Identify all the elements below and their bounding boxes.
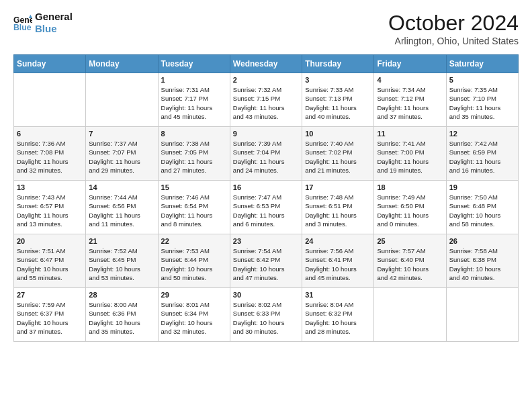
svg-text:Blue: Blue [13, 23, 32, 32]
empty-cell [374, 288, 446, 342]
day-cell-21: 21Sunrise: 7:52 AM Sunset: 6:45 PM Dayli… [86, 234, 158, 288]
day-number: 19 [449, 183, 515, 191]
cell-content: Sunrise: 7:49 AM Sunset: 6:50 PM Dayligh… [377, 193, 443, 228]
day-cell-6: 6Sunrise: 7:36 AM Sunset: 7:08 PM Daylig… [14, 127, 86, 181]
day-number: 12 [449, 130, 515, 138]
day-cell-17: 17Sunrise: 7:48 AM Sunset: 6:51 PM Dayli… [302, 181, 374, 234]
day-cell-11: 11Sunrise: 7:41 AM Sunset: 7:00 PM Dayli… [374, 127, 446, 181]
cell-content: Sunrise: 7:43 AM Sunset: 6:57 PM Dayligh… [17, 193, 83, 228]
day-cell-13: 13Sunrise: 7:43 AM Sunset: 6:57 PM Dayli… [14, 181, 86, 234]
day-number: 13 [17, 183, 83, 191]
day-cell-14: 14Sunrise: 7:44 AM Sunset: 6:56 PM Dayli… [86, 181, 158, 234]
empty-cell [446, 288, 518, 342]
week-row-4: 20Sunrise: 7:51 AM Sunset: 6:47 PM Dayli… [14, 234, 519, 288]
day-cell-10: 10Sunrise: 7:40 AM Sunset: 7:02 PM Dayli… [302, 127, 374, 181]
cell-content: Sunrise: 7:35 AM Sunset: 7:10 PM Dayligh… [449, 85, 515, 121]
day-number: 17 [305, 183, 371, 191]
calendar-page: General Blue General Blue October 2024 A… [0, 0, 532, 353]
cell-content: Sunrise: 7:48 AM Sunset: 6:51 PM Dayligh… [305, 193, 371, 228]
cell-content: Sunrise: 7:42 AM Sunset: 6:59 PM Dayligh… [449, 139, 515, 175]
empty-cell [86, 73, 158, 127]
day-cell-20: 20Sunrise: 7:51 AM Sunset: 6:47 PM Dayli… [14, 234, 86, 288]
title-block: October 2024 Arlington, Ohio, United Sta… [388, 11, 519, 46]
cell-content: Sunrise: 7:51 AM Sunset: 6:47 PM Dayligh… [17, 246, 83, 282]
day-cell-30: 30Sunrise: 8:02 AM Sunset: 6:33 PM Dayli… [230, 288, 302, 342]
cell-content: Sunrise: 7:36 AM Sunset: 7:08 PM Dayligh… [17, 139, 83, 175]
cell-content: Sunrise: 7:46 AM Sunset: 6:54 PM Dayligh… [161, 193, 227, 228]
day-cell-12: 12Sunrise: 7:42 AM Sunset: 6:59 PM Dayli… [446, 127, 518, 181]
day-number: 16 [233, 183, 299, 191]
location: Arlington, Ohio, United States [388, 36, 519, 46]
col-header-wednesday: Wednesday [230, 55, 302, 73]
day-number: 29 [161, 291, 227, 299]
day-number: 4 [377, 76, 443, 84]
cell-content: Sunrise: 7:44 AM Sunset: 6:56 PM Dayligh… [89, 193, 154, 228]
cell-content: Sunrise: 7:37 AM Sunset: 7:07 PM Dayligh… [89, 139, 154, 175]
day-cell-5: 5Sunrise: 7:35 AM Sunset: 7:10 PM Daylig… [446, 73, 518, 127]
day-number: 28 [89, 291, 154, 299]
day-number: 15 [161, 183, 227, 191]
day-number: 5 [449, 76, 515, 84]
header: General Blue General Blue October 2024 A… [13, 11, 519, 46]
day-number: 9 [233, 130, 299, 138]
week-row-1: 1Sunrise: 7:31 AM Sunset: 7:17 PM Daylig… [14, 73, 519, 127]
week-row-2: 6Sunrise: 7:36 AM Sunset: 7:08 PM Daylig… [14, 127, 519, 181]
day-number: 6 [17, 130, 83, 138]
day-number: 8 [161, 130, 227, 138]
day-cell-25: 25Sunrise: 7:57 AM Sunset: 6:40 PM Dayli… [374, 234, 446, 288]
day-cell-7: 7Sunrise: 7:37 AM Sunset: 7:07 PM Daylig… [86, 127, 158, 181]
logo-general: General [35, 11, 73, 23]
cell-content: Sunrise: 7:41 AM Sunset: 7:00 PM Dayligh… [377, 139, 443, 175]
cell-content: Sunrise: 7:50 AM Sunset: 6:48 PM Dayligh… [449, 193, 515, 228]
day-number: 22 [161, 237, 227, 245]
day-number: 23 [233, 237, 299, 245]
day-number: 20 [17, 237, 83, 245]
month-title: October 2024 [388, 11, 519, 36]
empty-cell [14, 73, 86, 127]
day-cell-16: 16Sunrise: 7:47 AM Sunset: 6:53 PM Dayli… [230, 181, 302, 234]
cell-content: Sunrise: 7:54 AM Sunset: 6:42 PM Dayligh… [233, 246, 299, 282]
cell-content: Sunrise: 8:01 AM Sunset: 6:34 PM Dayligh… [161, 300, 227, 336]
day-number: 18 [377, 183, 443, 191]
header-row: SundayMondayTuesdayWednesdayThursdayFrid… [14, 55, 519, 73]
day-cell-15: 15Sunrise: 7:46 AM Sunset: 6:54 PM Dayli… [158, 181, 230, 234]
day-number: 31 [305, 291, 371, 299]
day-number: 14 [89, 183, 154, 191]
day-cell-4: 4Sunrise: 7:34 AM Sunset: 7:12 PM Daylig… [374, 73, 446, 127]
col-header-saturday: Saturday [446, 55, 518, 73]
day-cell-1: 1Sunrise: 7:31 AM Sunset: 7:17 PM Daylig… [158, 73, 230, 127]
day-number: 1 [161, 76, 227, 84]
day-number: 7 [89, 130, 154, 138]
cell-content: Sunrise: 8:02 AM Sunset: 6:33 PM Dayligh… [233, 300, 299, 336]
day-cell-26: 26Sunrise: 7:58 AM Sunset: 6:38 PM Dayli… [446, 234, 518, 288]
cell-content: Sunrise: 7:34 AM Sunset: 7:12 PM Dayligh… [377, 85, 443, 121]
cell-content: Sunrise: 7:59 AM Sunset: 6:37 PM Dayligh… [17, 300, 83, 336]
day-number: 11 [377, 130, 443, 138]
day-cell-27: 27Sunrise: 7:59 AM Sunset: 6:37 PM Dayli… [14, 288, 86, 342]
day-cell-24: 24Sunrise: 7:56 AM Sunset: 6:41 PM Dayli… [302, 234, 374, 288]
day-cell-3: 3Sunrise: 7:33 AM Sunset: 7:13 PM Daylig… [302, 73, 374, 127]
day-cell-22: 22Sunrise: 7:53 AM Sunset: 6:44 PM Dayli… [158, 234, 230, 288]
day-cell-28: 28Sunrise: 8:00 AM Sunset: 6:36 PM Dayli… [86, 288, 158, 342]
cell-content: Sunrise: 7:56 AM Sunset: 6:41 PM Dayligh… [305, 246, 371, 282]
day-cell-19: 19Sunrise: 7:50 AM Sunset: 6:48 PM Dayli… [446, 181, 518, 234]
cell-content: Sunrise: 7:38 AM Sunset: 7:05 PM Dayligh… [161, 139, 227, 175]
day-cell-2: 2Sunrise: 7:32 AM Sunset: 7:15 PM Daylig… [230, 73, 302, 127]
cell-content: Sunrise: 7:52 AM Sunset: 6:45 PM Dayligh… [89, 246, 154, 282]
week-row-5: 27Sunrise: 7:59 AM Sunset: 6:37 PM Dayli… [14, 288, 519, 342]
week-row-3: 13Sunrise: 7:43 AM Sunset: 6:57 PM Dayli… [14, 181, 519, 234]
day-cell-18: 18Sunrise: 7:49 AM Sunset: 6:50 PM Dayli… [374, 181, 446, 234]
logo-icon: General Blue [13, 13, 32, 32]
day-number: 30 [233, 291, 299, 299]
day-number: 2 [233, 76, 299, 84]
cell-content: Sunrise: 7:47 AM Sunset: 6:53 PM Dayligh… [233, 193, 299, 228]
day-cell-8: 8Sunrise: 7:38 AM Sunset: 7:05 PM Daylig… [158, 127, 230, 181]
day-number: 25 [377, 237, 443, 245]
day-cell-31: 31Sunrise: 8:04 AM Sunset: 6:32 PM Dayli… [302, 288, 374, 342]
day-cell-23: 23Sunrise: 7:54 AM Sunset: 6:42 PM Dayli… [230, 234, 302, 288]
col-header-monday: Monday [86, 55, 158, 73]
logo-blue: Blue [35, 23, 73, 35]
col-header-friday: Friday [374, 55, 446, 73]
cell-content: Sunrise: 7:32 AM Sunset: 7:15 PM Dayligh… [233, 85, 299, 121]
day-cell-29: 29Sunrise: 8:01 AM Sunset: 6:34 PM Dayli… [158, 288, 230, 342]
